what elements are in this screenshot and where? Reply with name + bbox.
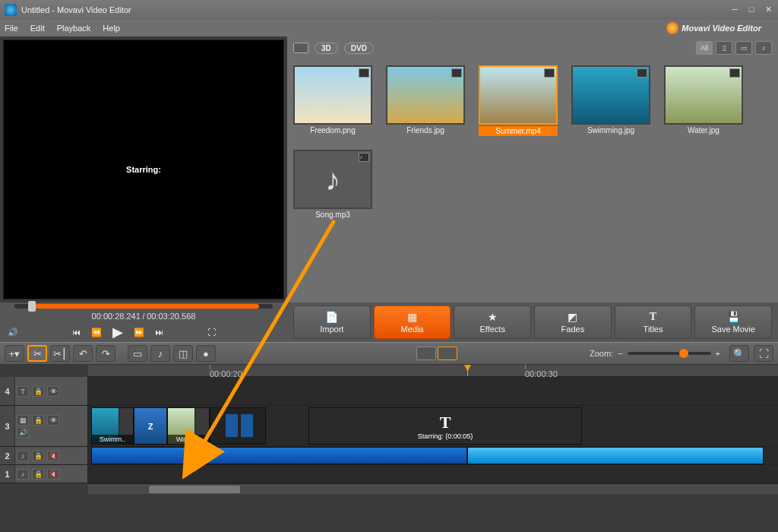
filter-video-icon[interactable]: ▯	[716, 41, 732, 55]
media-item[interactable]: Freedom.png	[293, 65, 372, 136]
expand-button[interactable]: ⛶	[754, 345, 773, 362]
seek-handle[interactable]	[28, 301, 36, 312]
volume-icon[interactable]: 🔊	[8, 328, 18, 337]
app-icon	[5, 4, 17, 16]
eye-icon[interactable]: 👁	[47, 386, 59, 397]
filter-image-icon[interactable]: ▭	[735, 41, 752, 55]
clip-transition[interactable]: Z	[134, 407, 167, 445]
thumb-image	[571, 65, 650, 125]
menu-file[interactable]: File	[5, 24, 18, 33]
tab-3d[interactable]: 3D	[315, 43, 338, 54]
media-item[interactable]: Water.jpg	[664, 65, 743, 136]
brand-icon	[666, 22, 678, 34]
timeline-scrollbar[interactable]	[88, 483, 778, 494]
maximize-icon[interactable]: □	[746, 5, 757, 15]
rewind-button[interactable]: ⏪	[91, 328, 102, 337]
fullscreen-icon[interactable]: ⛶	[207, 328, 216, 337]
clip-audio[interactable]	[467, 447, 764, 464]
view-timeline-button[interactable]	[438, 347, 457, 360]
preview-video[interactable]: Starring:	[3, 40, 284, 299]
clip-video[interactable]: Swimm..	[91, 407, 134, 445]
track-number: 1	[0, 465, 15, 483]
scroll-thumb[interactable]	[149, 486, 240, 493]
undo-button[interactable]: ↶	[73, 345, 93, 362]
forward-button[interactable]: ⏩	[134, 328, 144, 337]
tab-label: Import	[320, 325, 343, 334]
media-toolbar: 3D DVD All ▯ ▭ ♪	[287, 36, 778, 59]
badge-icon	[729, 68, 740, 78]
music-note-icon: ♪	[325, 163, 340, 197]
audio-props-button[interactable]: ♪	[150, 345, 170, 362]
seek-progress	[31, 304, 259, 309]
media-item[interactable]: Summer.mp4	[479, 65, 558, 136]
view-storyboard-button[interactable]	[416, 347, 436, 360]
video-track-icon[interactable]: ▦	[17, 415, 29, 426]
filter-audio-icon[interactable]: ♪	[755, 41, 772, 55]
clip-video[interactable]	[210, 407, 266, 445]
tab-import[interactable]: 📄Import	[293, 306, 371, 339]
track-body[interactable]	[88, 377, 778, 405]
media-item[interactable]: Swimming.jpg	[571, 65, 650, 136]
tab-fades[interactable]: ◩Fades	[534, 306, 612, 339]
track-number: 2	[0, 447, 15, 464]
menu-playback[interactable]: Playback	[57, 24, 91, 33]
eye-icon[interactable]: 👁	[47, 415, 59, 426]
zoom-fit-button[interactable]: 🔍	[729, 345, 749, 362]
seek-slider[interactable]	[14, 304, 273, 309]
cut-button[interactable]: ✂	[27, 345, 47, 362]
lock-icon[interactable]: 🔒	[32, 451, 44, 461]
split-button[interactable]: ✂⎮	[50, 345, 70, 362]
timeline-ruler[interactable]: 00:00:20 00:00:30	[88, 365, 778, 377]
menubar: File Edit Playback Help Movavi Video Edi…	[0, 20, 778, 36]
tab-effects[interactable]: ★Effects	[454, 306, 531, 339]
zoom-out-icon[interactable]: −	[618, 349, 622, 358]
add-button[interactable]: +▾	[5, 345, 24, 362]
thumb-label: Summer.mp4	[479, 126, 558, 136]
track-body[interactable]	[88, 465, 778, 483]
open-folder-icon[interactable]	[293, 43, 308, 53]
thumb-image	[479, 65, 558, 125]
track-body[interactable]	[88, 447, 778, 464]
zoom-in-icon[interactable]: +	[716, 349, 720, 358]
redo-button[interactable]: ↷	[96, 345, 115, 362]
crop-button[interactable]: ◫	[173, 345, 193, 362]
title-track-icon[interactable]: T	[17, 386, 29, 397]
prev-button[interactable]: ⏮	[72, 328, 81, 337]
menu-help[interactable]: Help	[103, 24, 120, 33]
next-button[interactable]: ⏭	[155, 328, 163, 337]
minimize-icon[interactable]: ─	[729, 5, 740, 15]
track-2: 2 ♪🔒🔇	[0, 447, 778, 465]
close-icon[interactable]: ✕	[763, 5, 773, 15]
clip-props-button[interactable]: ▭	[128, 345, 147, 362]
zoom-handle[interactable]	[679, 349, 688, 358]
lock-icon[interactable]: 🔒	[32, 386, 44, 397]
play-button[interactable]: ▶	[112, 324, 123, 340]
clip-label: Water.j..	[168, 435, 209, 444]
record-button[interactable]: ●	[196, 345, 216, 362]
badge-icon	[451, 68, 462, 78]
tab-dvd[interactable]: DVD	[344, 43, 374, 54]
titles-icon: T	[650, 311, 656, 323]
mute-icon[interactable]: 🔇	[47, 451, 59, 461]
mute-icon[interactable]: 🔇	[47, 469, 59, 480]
menu-edit[interactable]: Edit	[30, 24, 45, 33]
tab-save-movie[interactable]: 💾Save Movie	[694, 306, 772, 339]
lock-icon[interactable]: 🔒	[32, 469, 44, 480]
audio-track-icon[interactable]: ♪	[17, 469, 29, 480]
audio-track-icon[interactable]: ♪	[17, 451, 29, 461]
zoom-slider[interactable]	[628, 352, 711, 355]
clip-audio[interactable]	[91, 447, 467, 464]
tab-label: Save Movie	[711, 325, 754, 334]
linked-audio-icon[interactable]: 🔊	[17, 427, 29, 438]
track-body[interactable]: Swimm.. Z Water.j.. T Starring: (0:00:05…	[88, 406, 778, 446]
playhead[interactable]	[467, 365, 468, 376]
clip-video[interactable]: Water.j..	[167, 407, 210, 445]
tab-titles[interactable]: TTitles	[615, 306, 692, 339]
tab-media[interactable]: ▦Media	[374, 306, 451, 339]
media-item[interactable]: Friends.jpg	[386, 65, 465, 136]
media-item[interactable]: ♪ ♪ Song.mp3	[293, 150, 372, 219]
filter-all[interactable]: All	[696, 41, 713, 55]
lock-icon[interactable]: 🔒	[32, 415, 44, 426]
thumb-label: Freedom.png	[293, 126, 372, 135]
clip-title[interactable]: T Starring: (0:00:05)	[308, 407, 582, 445]
